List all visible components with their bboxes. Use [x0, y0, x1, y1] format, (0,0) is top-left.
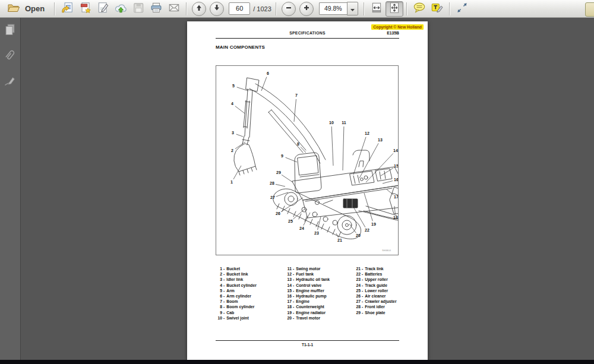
- callout-leader-line: [301, 147, 306, 153]
- part-row: 27-Crawler adjuster: [354, 299, 407, 304]
- zoom-out-icon: [285, 4, 293, 14]
- part-row: 21-Track link: [354, 266, 407, 271]
- status-bar: [0, 360, 594, 364]
- main-toolbar: Open: [0, 0, 594, 18]
- fullscreen-button[interactable]: [453, 1, 471, 17]
- callout-number: 6: [267, 71, 269, 75]
- callout-number: 8: [297, 142, 299, 146]
- previous-page-button[interactable]: [192, 2, 206, 16]
- print-button[interactable]: [147, 1, 165, 17]
- callout-number: 10: [329, 121, 334, 125]
- callout-leader-line: [353, 206, 365, 227]
- save-button[interactable]: [129, 1, 147, 17]
- header-rule: [216, 38, 399, 39]
- zoom-dropdown-button[interactable]: [347, 2, 358, 15]
- callout-number: 22: [365, 228, 369, 232]
- export-doc-icon: [61, 1, 74, 17]
- part-row: 4-Bucket cylinder: [216, 283, 285, 288]
- zoom-level-input[interactable]: 49.8%: [319, 2, 347, 15]
- parts-column-3: 21-Track link22-Batteries23-Upper roller…: [354, 266, 407, 321]
- email-button[interactable]: [165, 1, 183, 17]
- part-row: 5-Arm: [216, 288, 285, 293]
- callout-number: 27: [270, 195, 275, 200]
- navigation-sidebar: [0, 18, 21, 360]
- parts-legend: 1-Bucket2-Bucket link3-Idler link4-Bucke…: [216, 266, 407, 321]
- callout-number: 24: [299, 226, 304, 230]
- footer-rule: [216, 340, 399, 341]
- page-title: MAIN COMPONENTS: [216, 45, 265, 50]
- part-row: 14-Control valve: [285, 283, 354, 288]
- highlight-icon: [430, 1, 444, 17]
- comment-button[interactable]: [410, 1, 428, 17]
- callout-leader-line: [331, 126, 333, 166]
- save-icon: [132, 1, 145, 17]
- page-down-icon: [213, 4, 221, 14]
- toolbar-divider: [364, 2, 365, 15]
- callout-leader-line: [236, 134, 243, 137]
- callout-number: 17: [394, 195, 398, 199]
- page-header: SPECIFICATIONS E135B: [216, 31, 399, 37]
- open-label: Open: [25, 4, 45, 13]
- part-row: 20-Travel motor: [285, 315, 354, 321]
- zoom-out-button[interactable]: [282, 2, 296, 16]
- part-row: 24-Track guide: [354, 283, 407, 288]
- toolbar-divider: [276, 2, 277, 15]
- footer-page-code: T1-1-1: [187, 343, 428, 347]
- page-number-input[interactable]: 60: [229, 2, 250, 15]
- callout-leader-line: [353, 137, 366, 175]
- part-row: 12-Fuel tank: [285, 271, 354, 277]
- part-row: 19-Engine radiator: [285, 310, 354, 315]
- part-row: 7-Boom: [216, 299, 285, 304]
- callout-leader-line: [383, 181, 393, 184]
- sign-doc-icon: [96, 1, 109, 17]
- callout-leader-line: [235, 142, 245, 149]
- toolbar-divider: [186, 2, 187, 15]
- callout-number: 29: [276, 170, 281, 175]
- part-row: 9-Cab: [216, 310, 285, 315]
- callout-number: 19: [371, 222, 376, 226]
- callout-number: 23: [314, 231, 319, 235]
- part-row: 16-Hydraulic pump: [285, 293, 354, 299]
- fullscreen-icon: [456, 1, 469, 17]
- callout-leader-line: [233, 166, 241, 179]
- parts-column-1: 1-Bucket2-Bucket link3-Idler link4-Bucke…: [216, 266, 285, 321]
- callout-leader-line: [235, 106, 245, 113]
- copyright-highlight: Copyright © New Holland: [371, 24, 424, 30]
- part-row: 2-Bucket link: [216, 271, 285, 277]
- signature-icon: [3, 74, 17, 90]
- callout-number: 18: [393, 216, 398, 220]
- fit-page-button[interactable]: [386, 1, 403, 17]
- next-page-button[interactable]: [210, 2, 224, 16]
- toolbar-divider: [54, 2, 55, 15]
- callout-number: 9: [281, 154, 283, 158]
- attachments-panel-button[interactable]: [2, 48, 18, 65]
- callout-leader-line: [286, 157, 297, 162]
- document-canvas[interactable]: Copyright © New Holland SPECIFICATIONS E…: [21, 18, 594, 360]
- part-row: 11-Swing motor: [285, 266, 354, 271]
- callout-number: 21: [337, 238, 342, 242]
- clipped-toolbar-button[interactable]: [585, 2, 594, 17]
- callout-number: 14: [393, 148, 398, 153]
- signatures-panel-button[interactable]: [2, 74, 18, 90]
- part-row: 1-Bucket: [216, 266, 285, 271]
- callout-number: 2: [231, 148, 233, 153]
- fit-width-button[interactable]: [368, 1, 386, 17]
- open-button[interactable]: Open: [4, 1, 51, 17]
- callout-number: 25: [288, 219, 293, 223]
- open-folder-icon: [7, 2, 21, 16]
- create-pdf-button[interactable]: [76, 1, 94, 17]
- highlight-button[interactable]: [428, 1, 446, 17]
- pdf-page: Copyright © New Holland SPECIFICATIONS E…: [187, 21, 428, 360]
- part-row: 6-Arm cylinder: [216, 293, 285, 299]
- export-button[interactable]: [58, 1, 76, 17]
- part-row: 18-Counterweight: [285, 304, 354, 309]
- print-icon: [150, 1, 163, 17]
- zoom-in-button[interactable]: [299, 2, 314, 16]
- pages-panel-button[interactable]: [2, 23, 18, 39]
- comment-icon: [412, 1, 426, 17]
- upload-share-button[interactable]: [112, 1, 129, 17]
- callout-number: 4: [231, 102, 233, 106]
- sign-button[interactable]: [94, 1, 112, 17]
- callout-number: 28: [270, 181, 274, 185]
- create-doc-icon: [78, 1, 91, 17]
